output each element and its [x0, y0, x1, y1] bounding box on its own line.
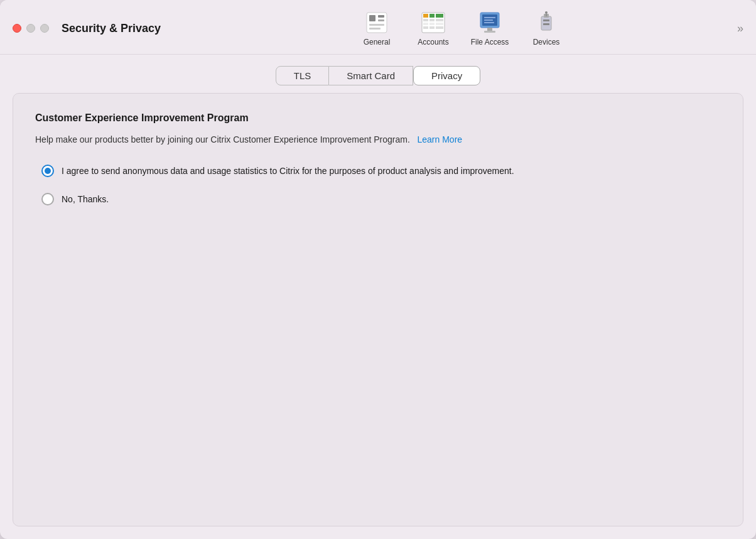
- section-heading: Customer Experience Improvement Program: [35, 112, 721, 124]
- svg-rect-7: [423, 14, 428, 18]
- svg-rect-16: [423, 26, 428, 29]
- svg-rect-1: [369, 15, 375, 21]
- tab-privacy[interactable]: Privacy: [413, 66, 480, 85]
- tab-smartcard[interactable]: Smart Card: [329, 66, 413, 85]
- learn-more-link[interactable]: Learn More: [417, 134, 462, 144]
- minimize-button[interactable]: [26, 24, 35, 33]
- window: Security & Privacy General: [0, 0, 756, 539]
- toolbar-item-general[interactable]: General: [355, 10, 399, 46]
- radio-no-button[interactable]: [41, 193, 54, 205]
- toolbar-item-accounts[interactable]: Accounts: [411, 10, 455, 46]
- svg-rect-29: [543, 23, 549, 25]
- tab-tls[interactable]: TLS: [276, 66, 330, 85]
- section-description: Help make our products better by joining…: [35, 133, 721, 146]
- general-icon: [364, 10, 389, 35]
- svg-rect-2: [378, 15, 384, 18]
- svg-rect-12: [436, 19, 443, 21]
- svg-rect-3: [378, 19, 384, 21]
- svg-rect-17: [429, 26, 435, 29]
- radio-no[interactable]: No, Thanks.: [41, 192, 721, 206]
- svg-rect-25: [484, 22, 494, 23]
- more-chevron[interactable]: »: [737, 22, 743, 35]
- svg-rect-15: [436, 23, 443, 25]
- window-title: Security & Privacy: [62, 22, 161, 35]
- svg-rect-22: [484, 31, 495, 33]
- radio-agree[interactable]: I agree to send anonymous data and usage…: [41, 164, 721, 178]
- svg-rect-13: [423, 23, 428, 25]
- fileaccess-icon: [477, 10, 502, 35]
- svg-rect-8: [429, 14, 435, 18]
- titlebar: Security & Privacy General: [0, 0, 756, 55]
- svg-rect-18: [436, 26, 443, 29]
- svg-rect-21: [487, 28, 492, 31]
- radio-agree-button[interactable]: [41, 165, 54, 177]
- svg-rect-14: [429, 23, 435, 25]
- svg-rect-9: [436, 14, 443, 18]
- svg-rect-4: [369, 24, 384, 26]
- svg-rect-23: [484, 17, 495, 18]
- toolbar-accounts-label: Accounts: [418, 38, 448, 46]
- tab-bar: TLS Smart Card Privacy: [0, 55, 756, 93]
- toolbar-devices-label: Devices: [533, 38, 560, 46]
- toolbar-item-fileaccess[interactable]: File Access: [468, 10, 512, 46]
- devices-icon: [534, 10, 559, 35]
- svg-point-30: [545, 11, 548, 14]
- svg-rect-10: [423, 19, 428, 21]
- svg-rect-11: [429, 19, 435, 21]
- maximize-button[interactable]: [40, 24, 49, 33]
- description-text: Help make our products better by joining…: [35, 134, 410, 144]
- toolbar-general-label: General: [364, 38, 391, 46]
- traffic-lights: [13, 24, 49, 33]
- radio-no-label: No, Thanks.: [62, 192, 109, 206]
- svg-rect-28: [543, 19, 549, 21]
- accounts-icon: [421, 10, 446, 35]
- radio-agree-label: I agree to send anonymous data and usage…: [62, 164, 514, 178]
- content-area: Customer Experience Improvement Program …: [13, 93, 743, 526]
- radio-group: I agree to send anonymous data and usage…: [41, 164, 721, 206]
- toolbar-item-devices[interactable]: Devices: [524, 10, 568, 46]
- svg-rect-5: [369, 28, 381, 30]
- toolbar: General: [186, 10, 737, 46]
- svg-rect-24: [484, 19, 493, 21]
- toolbar-fileaccess-label: File Access: [471, 38, 509, 46]
- close-button[interactable]: [13, 24, 21, 33]
